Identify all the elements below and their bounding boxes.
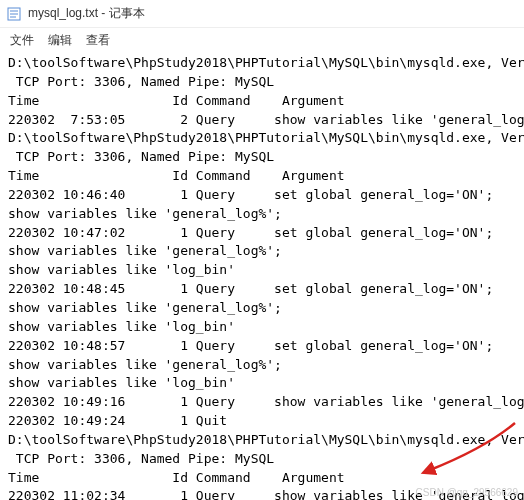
menubar: 文件 编辑 查看: [0, 28, 524, 52]
window-title: mysql_log.txt - 记事本: [28, 5, 145, 22]
text-content[interactable]: D:\toolSoftware\PhpStudy2018\PHPTutorial…: [0, 52, 524, 500]
menu-view[interactable]: 查看: [86, 32, 110, 49]
watermark: CSDN @qq_29566629: [416, 487, 518, 498]
menu-edit[interactable]: 编辑: [48, 32, 72, 49]
titlebar: mysql_log.txt - 记事本: [0, 0, 524, 28]
menu-file[interactable]: 文件: [10, 32, 34, 49]
notepad-icon: [6, 6, 22, 22]
